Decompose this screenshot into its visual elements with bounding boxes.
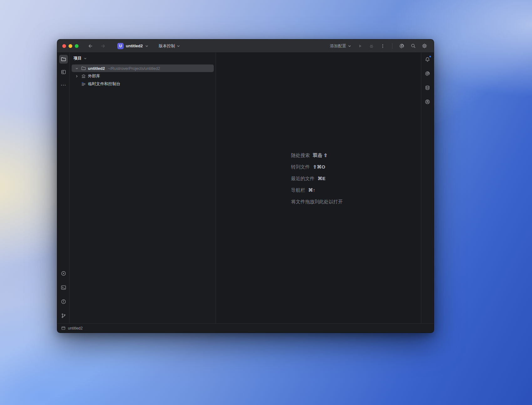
search-icon[interactable] (409, 42, 417, 50)
status-bar: untitled2 (57, 323, 434, 333)
chevron-right-icon[interactable] (74, 75, 79, 78)
library-icon (81, 74, 86, 79)
status-bar-project-name[interactable]: untitled2 (68, 326, 83, 330)
shortcut-label: 导航栏 (291, 187, 305, 193)
shortcut-label: 转到文件 (291, 164, 310, 170)
traffic-lights (62, 44, 79, 48)
editor-empty-area: 随处搜索 双击 ⇧ 转到文件 ⇧⌘O 最近的文件 ⌘E 导航栏 ⌘↑ (216, 53, 421, 323)
right-tool-strip (421, 53, 434, 323)
project-badge: U (117, 43, 124, 49)
terminal-toolwindow-button[interactable] (59, 283, 68, 292)
shortcut-keys: ⇧⌘O (313, 164, 325, 170)
version-control-toolwindow-button[interactable] (59, 311, 68, 320)
more-toolwindows-icon[interactable]: ⋯ (59, 80, 68, 89)
minimize-window-button[interactable] (69, 44, 72, 48)
more-actions-icon[interactable] (378, 42, 387, 50)
database-toolwindow-button[interactable] (423, 83, 432, 92)
chevron-down-icon (84, 57, 87, 60)
editor-shortcut-hints: 随处搜索 双击 ⇧ 转到文件 ⇧⌘O 最近的文件 ⌘E 导航栏 ⌘↑ (291, 152, 346, 205)
ai-assistant-icon[interactable] (397, 42, 406, 50)
shortcut-hint-go-to-file: 转到文件 ⇧⌘O (291, 164, 325, 170)
tree-row-project-root[interactable]: untitled2 ~/RustroverProjects/untitled2 (72, 65, 214, 72)
project-panel-title: 项目 (74, 55, 82, 61)
tree-row-external-libraries[interactable]: 外部库 (72, 72, 214, 80)
shortcut-keys: ⌘E (318, 175, 325, 182)
zoom-window-button[interactable] (75, 44, 79, 48)
shortcut-label: 最近的文件 (291, 175, 315, 182)
desktop-wallpaper: U untitled2 版本控制 添加配置 (0, 0, 532, 405)
ai-chat-toolwindow-button[interactable] (423, 69, 432, 78)
tree-row-scratches[interactable]: 临时文件和控制台 (72, 80, 214, 88)
vcs-widget[interactable]: 版本控制 (157, 42, 182, 50)
debug-icon[interactable] (367, 42, 376, 50)
run-icon[interactable] (356, 42, 365, 50)
ide-window: U untitled2 版本控制 添加配置 (57, 39, 434, 333)
title-bar: U untitled2 版本控制 添加配置 (57, 39, 434, 53)
problems-toolwindow-button[interactable] (59, 297, 68, 306)
scratches-icon (81, 81, 86, 86)
back-icon[interactable] (86, 42, 95, 50)
project-tree: untitled2 ~/RustroverProjects/untitled2 … (70, 64, 216, 88)
more-glyph: ⋯ (61, 82, 66, 88)
toolbar-divider (392, 43, 392, 49)
shortcut-hint-navigation-bar: 导航栏 ⌘↑ (291, 187, 315, 193)
project-panel-header[interactable]: 项目 (70, 53, 216, 64)
chevron-down-icon (145, 44, 149, 48)
cargo-toolwindow-button[interactable] (423, 97, 432, 106)
chevron-down-icon[interactable] (74, 67, 79, 70)
tree-node-name: 临时文件和控制台 (88, 81, 120, 87)
project-panel: 项目 untitled2 ~/RustroverProje (70, 53, 216, 323)
folder-icon (81, 66, 86, 71)
notifications-bell-icon[interactable] (423, 55, 432, 64)
project-toolwindow-button[interactable] (59, 55, 68, 64)
run-configurations-dropdown[interactable]: 添加配置 (328, 42, 353, 50)
shortcut-label: 随处搜索 (291, 152, 310, 158)
vcs-label: 版本控制 (159, 43, 175, 49)
shortcut-hint-recent-files: 最近的文件 ⌘E (291, 175, 325, 182)
close-window-button[interactable] (62, 44, 66, 48)
add-config-label: 添加配置 (330, 43, 346, 49)
project-name: untitled2 (126, 44, 143, 48)
shortcut-hint-search-everywhere: 随处搜索 双击 ⇧ (291, 152, 328, 158)
project-widget[interactable]: U untitled2 (115, 42, 151, 50)
left-tool-strip: ⋯ (57, 53, 70, 323)
chevron-down-icon (176, 44, 180, 48)
shortcut-keys: 双击 ⇧ (313, 152, 328, 158)
settings-gear-icon[interactable] (420, 42, 429, 50)
run-toolwindow-button[interactable] (59, 269, 68, 278)
shortcut-label: 将文件拖放到此处以打开 (291, 198, 343, 205)
shortcut-keys: ⌘↑ (308, 187, 315, 193)
structure-toolwindow-button[interactable] (59, 68, 68, 76)
notification-badge-dot (429, 55, 431, 58)
tree-node-path: ~/RustroverProjects/untitled2 (108, 66, 160, 71)
tree-node-name: untitled2 (88, 66, 105, 71)
tree-node-name: 外部库 (88, 73, 100, 79)
chevron-down-icon (348, 44, 351, 48)
shortcut-hint-drop-files: 将文件拖放到此处以打开 (291, 198, 346, 205)
forward-icon[interactable] (99, 42, 107, 50)
project-window-icon (61, 326, 66, 330)
